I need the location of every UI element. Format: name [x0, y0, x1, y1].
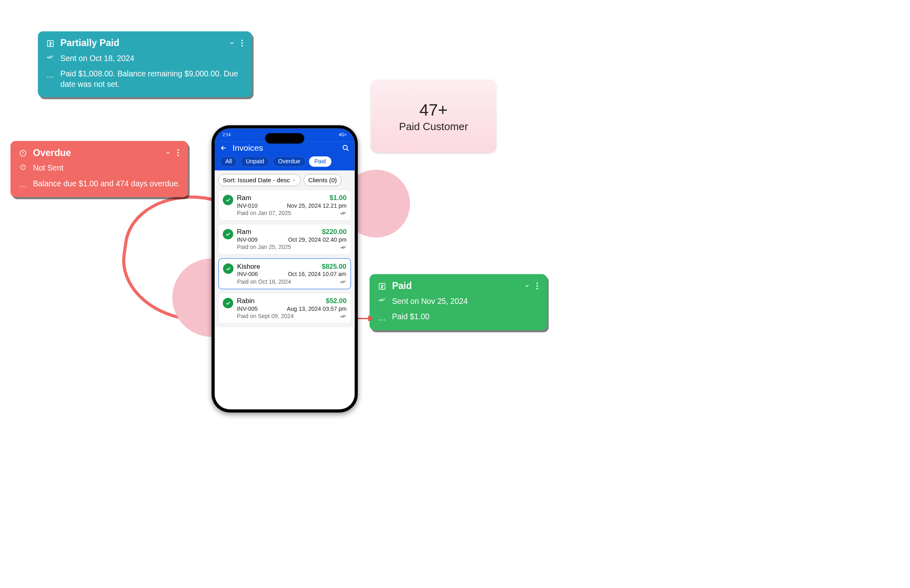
- double-check-icon: [340, 211, 347, 215]
- svg-point-6: [177, 152, 179, 154]
- back-icon[interactable]: [220, 144, 227, 152]
- invoice-ref: INV-005: [237, 306, 258, 312]
- status-card-overdue: Overdue Not Sent … Balance due $1.00 and…: [11, 141, 188, 197]
- invoice-row[interactable]: Rabin$52.00INV-005Aug 13, 2024 03.57 pmP…: [218, 293, 351, 324]
- clients-label: Clients (0): [308, 177, 337, 184]
- ellipsis-icon: …: [46, 69, 55, 80]
- stat-label: Paid Customer: [399, 121, 468, 133]
- invoice-paid: Paid on Sept 09, 2024: [237, 313, 294, 320]
- check-circle-icon: [223, 229, 233, 240]
- invoice-paid: Paid on Oct 18, 2024: [237, 278, 291, 285]
- svg-point-15: [343, 145, 348, 150]
- status-card-detail: Paid $1,008.00. Balance remaining $9,000…: [60, 69, 244, 90]
- tab-all[interactable]: All: [220, 156, 237, 167]
- chevron-down-icon[interactable]: [165, 150, 171, 156]
- invoice-paid: Paid on Jan 07, 2025: [237, 210, 291, 217]
- statusbar-right: 4G+: [339, 133, 347, 137]
- tab-unpaid[interactable]: Unpaid: [241, 156, 270, 167]
- ellipsis-icon: …: [18, 178, 27, 190]
- status-card-detail: Paid $1.00: [392, 311, 430, 322]
- ellipsis-icon: …: [377, 311, 386, 323]
- tab-paid[interactable]: Paid: [309, 156, 331, 167]
- more-icon[interactable]: [535, 282, 539, 289]
- svg-point-11: [536, 285, 538, 287]
- svg-point-12: [536, 288, 538, 289]
- svg-point-10: [536, 282, 538, 284]
- svg-point-2: [241, 42, 243, 44]
- appbar-title: Invoices: [232, 143, 263, 153]
- invoice-issued: Oct 29, 2024 02.40 pm: [288, 236, 347, 243]
- tab-overdue[interactable]: Overdue: [273, 156, 306, 167]
- status-card-partially-paid: Partially Paid Sent on Oct 18, 2024 … Pa…: [38, 32, 252, 97]
- stat-value: 47+: [419, 100, 448, 119]
- statusbar-time: 2:14: [222, 133, 230, 137]
- search-icon[interactable]: [342, 144, 349, 152]
- invoice-row[interactable]: Ram$1.00INV-010Nov 25, 2024 12.21 pmPaid…: [218, 190, 351, 221]
- double-check-icon: [340, 245, 347, 249]
- invoice-name: Ram: [237, 194, 251, 202]
- status-card-detail: Balance due $1.00 and 474 days overdue.: [33, 178, 180, 189]
- invoice-amount: $1.00: [329, 194, 346, 202]
- invoice-name: Kishore: [237, 262, 260, 270]
- dropdown-icon: [292, 178, 296, 182]
- check-circle-icon: [223, 298, 233, 308]
- chevron-down-icon[interactable]: [524, 283, 530, 289]
- svg-point-7: [177, 155, 179, 156]
- sort-chip[interactable]: Sort: Issued Date - desc: [218, 174, 301, 186]
- check-circle-icon: [223, 195, 233, 205]
- status-card-paid: Paid Sent on Nov 25, 2024 … Paid $1.00: [369, 274, 547, 330]
- invoice-paid: Paid on Jan 25, 2025: [237, 244, 291, 251]
- check-circle-icon: [223, 263, 234, 274]
- alert-icon: [18, 163, 27, 170]
- status-card-title: Paid: [392, 280, 412, 291]
- status-card-sent: Sent on Nov 25, 2024: [392, 296, 468, 307]
- status-card-sent: Not Sent: [33, 163, 63, 173]
- chevron-down-icon[interactable]: [229, 40, 235, 46]
- invoice-name: Ram: [237, 228, 251, 236]
- invoice-issued: Nov 25, 2024 12.21 pm: [287, 202, 346, 209]
- invoice-amount: $52.00: [326, 297, 346, 305]
- invoice-amount: $220.00: [322, 228, 347, 236]
- double-check-icon: [340, 280, 346, 284]
- invoice-issued: Aug 13, 2024 03.57 pm: [287, 306, 346, 312]
- invoice-name: Rabin: [237, 297, 255, 305]
- invoice-ref: INV-009: [237, 236, 258, 243]
- sort-label: Sort: Issued Date - desc: [223, 177, 290, 184]
- more-icon[interactable]: [240, 40, 244, 47]
- clients-chip[interactable]: Clients (0): [304, 174, 342, 186]
- svg-point-5: [177, 149, 179, 151]
- invoice-amount: $825.00: [322, 262, 346, 270]
- phone-mockup: 2:14 4G+ Invoices AllUnpaidOverduePaid: [211, 125, 358, 413]
- double-check-icon: [46, 53, 55, 60]
- invoice-ref: INV-010: [237, 202, 258, 209]
- svg-point-3: [241, 45, 243, 46]
- svg-marker-14: [368, 315, 374, 322]
- alert-circle-icon: [18, 148, 27, 157]
- more-icon[interactable]: [176, 149, 180, 156]
- invoice-row[interactable]: Ram$220.00INV-009Oct 29, 2024 02.40 pmPa…: [218, 224, 351, 255]
- double-check-icon: [377, 296, 386, 303]
- dollar-box-icon: [377, 281, 386, 290]
- invoice-issued: Oct 16, 2024 10.07 am: [288, 271, 346, 278]
- invoice-ref: INV-006: [237, 271, 258, 278]
- stat-card-paid-customer: 47+ Paid Customer: [371, 80, 496, 153]
- invoice-row[interactable]: Kishore$825.00INV-006Oct 16, 2024 10.07 …: [218, 258, 351, 289]
- status-card-sent: Sent on Oct 18, 2024: [60, 53, 134, 64]
- dollar-box-icon: [46, 39, 55, 48]
- phone-notch: [265, 133, 304, 143]
- status-card-title: Partially Paid: [60, 38, 119, 48]
- status-card-title: Overdue: [33, 147, 71, 158]
- svg-point-1: [241, 40, 243, 41]
- double-check-icon: [340, 314, 347, 318]
